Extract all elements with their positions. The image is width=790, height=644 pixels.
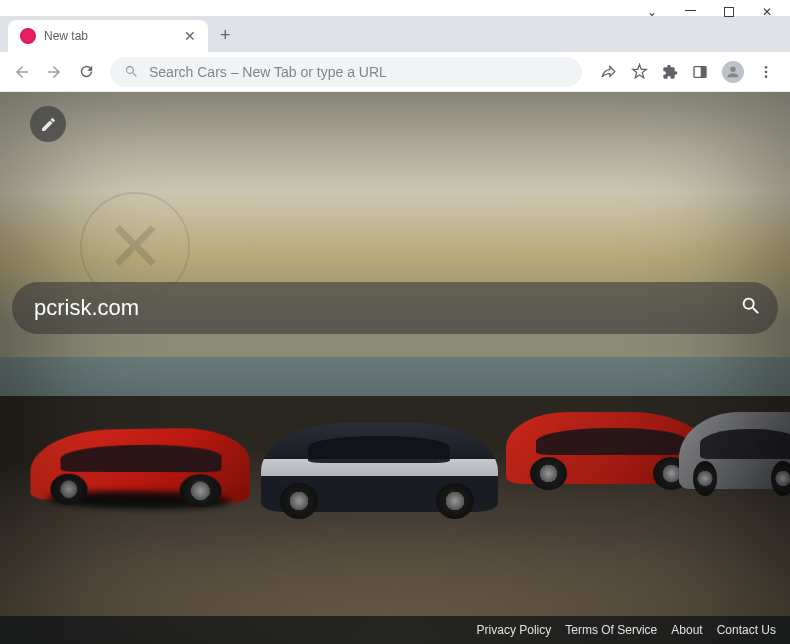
privacy-policy-link[interactable]: Privacy Policy: [477, 623, 552, 637]
maximize-button[interactable]: [724, 7, 734, 17]
omnibox-placeholder: Search Cars – New Tab or type a URL: [149, 64, 387, 80]
toolbar-actions: [592, 61, 782, 83]
svg-point-3: [765, 66, 768, 69]
bookmark-button[interactable]: [631, 63, 648, 80]
reload-icon: [78, 63, 95, 80]
minimize-button[interactable]: [685, 10, 696, 11]
person-icon: [725, 64, 741, 80]
reload-button[interactable]: [72, 58, 100, 86]
search-icon: [740, 295, 762, 317]
about-link[interactable]: About: [671, 623, 702, 637]
more-vert-icon: [758, 64, 774, 80]
puzzle-icon: [662, 64, 678, 80]
edit-icon: [40, 116, 57, 133]
page-content: ✕ Privacy Policy Terms Of Service About …: [0, 92, 790, 644]
footer-links: Privacy Policy Terms Of Service About Co…: [0, 616, 790, 644]
customize-button[interactable]: [30, 106, 66, 142]
back-button[interactable]: [8, 58, 36, 86]
window-controls: ⌄ ✕: [0, 0, 790, 16]
new-tab-button[interactable]: +: [208, 19, 243, 52]
tab-close-icon[interactable]: ✕: [184, 28, 196, 44]
tab-title: New tab: [44, 29, 176, 43]
browser-tab[interactable]: New tab ✕: [8, 20, 208, 52]
extensions-button[interactable]: [662, 64, 678, 80]
arrow-right-icon: [45, 63, 63, 81]
arrow-left-icon: [13, 63, 31, 81]
profile-button[interactable]: [722, 61, 744, 83]
search-bar: [12, 282, 778, 334]
menu-button[interactable]: [758, 64, 774, 80]
browser-toolbar: Search Cars – New Tab or type a URL: [0, 52, 790, 92]
svg-point-2: [730, 66, 735, 71]
share-button[interactable]: [600, 63, 617, 80]
terms-of-service-link[interactable]: Terms Of Service: [565, 623, 657, 637]
search-input[interactable]: [34, 295, 740, 321]
share-icon: [600, 63, 617, 80]
svg-point-5: [765, 75, 768, 78]
omnibox[interactable]: Search Cars – New Tab or type a URL: [110, 57, 582, 87]
tab-favicon-icon: [20, 28, 36, 44]
star-icon: [631, 63, 648, 80]
car-red-left: [30, 427, 250, 503]
search-icon: [124, 64, 139, 79]
svg-point-4: [765, 70, 768, 73]
close-window-button[interactable]: ✕: [762, 5, 772, 19]
tab-bar: New tab ✕ +: [0, 16, 790, 52]
contact-us-link[interactable]: Contact Us: [717, 623, 776, 637]
forward-button[interactable]: [40, 58, 68, 86]
panel-icon: [692, 64, 708, 80]
chevron-down-icon[interactable]: ⌄: [647, 5, 657, 19]
car-center: [261, 423, 498, 511]
sidepanel-button[interactable]: [692, 64, 708, 80]
svg-rect-1: [701, 66, 706, 77]
search-button[interactable]: [740, 295, 762, 321]
